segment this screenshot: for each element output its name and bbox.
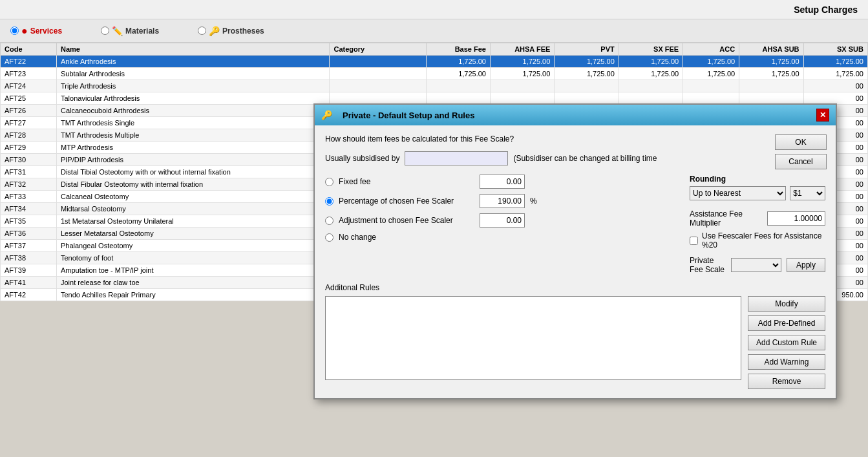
col-pvt: PVT <box>555 43 619 56</box>
table-row[interactable]: AFT22Ankle Arthrodesis1,725.001,725.001,… <box>1 56 868 68</box>
add-predefined-button[interactable]: Add Pre-Defined <box>748 315 825 331</box>
table-cell: AFT29 <box>1 142 57 154</box>
feescaler-label: Use Feescaler Fees for Assistance %20 <box>702 231 825 250</box>
table-cell: PIP/DIP Arthrodesis <box>56 154 329 166</box>
cancel-button[interactable]: Cancel <box>775 154 827 169</box>
table-row[interactable]: AFT24Triple Arthrodesis00 <box>1 80 868 92</box>
fee-scale-label: Private Fee Scale <box>690 256 726 274</box>
table-cell: Joint release for claw toe <box>56 277 329 289</box>
feescaler-checkbox[interactable] <box>690 237 698 245</box>
col-name: Name <box>56 43 329 56</box>
nochange-fee-row: No change <box>325 233 677 242</box>
fixed-fee-row: Fixed fee <box>325 175 677 189</box>
table-cell <box>426 80 490 92</box>
services-radio[interactable] <box>10 27 19 35</box>
table-cell: AFT24 <box>1 80 57 92</box>
nochange-fee-label: No change <box>339 233 474 242</box>
table-cell <box>683 80 739 92</box>
services-radio-option[interactable]: ● Services <box>10 25 62 37</box>
percentage-fee-input[interactable] <box>480 194 525 208</box>
table-cell <box>330 80 426 92</box>
table-cell: 00 <box>803 92 867 105</box>
fee-scale-row: Private Fee Scale Apply <box>690 256 825 274</box>
table-row[interactable]: AFT23Subtalar Arthrodesis1,725.001,725.0… <box>1 68 868 80</box>
table-cell: AFT33 <box>1 191 57 203</box>
table-cell <box>426 92 490 105</box>
table-cell <box>490 80 554 92</box>
table-cell: MTP Arthrodesis <box>56 142 329 154</box>
table-cell <box>330 68 426 80</box>
table-header-row: Code Name Category Base Fee AHSA FEE PVT… <box>1 43 868 56</box>
table-cell <box>555 80 619 92</box>
dollar-select[interactable]: $1 $5 $10 <box>790 186 825 200</box>
services-label: Services <box>30 27 62 36</box>
table-cell: 1,725.00 <box>490 56 554 68</box>
table-cell: Triple Arthrodesis <box>56 80 329 92</box>
pct-sign: % <box>530 197 537 206</box>
fee-scale-select[interactable] <box>731 258 781 272</box>
radio-bar: ● Services ✏️ Materials 🔑 Prostheses <box>0 19 868 43</box>
assistance-label: Assistance Fee Multiplier <box>690 209 762 228</box>
col-code: Code <box>1 43 57 56</box>
table-cell: Talonavicular Arthrodesis <box>56 92 329 105</box>
table-cell <box>490 92 554 105</box>
assistance-input[interactable] <box>767 211 825 226</box>
subsidised-row: Usually subsidised by (Subsidiser can be… <box>325 151 825 165</box>
table-cell: Midtarsal Osteotomy <box>56 203 329 215</box>
fee-calc-area: Fixed fee Percentage of chosen Fee Scale… <box>325 175 825 274</box>
table-cell: 1,725.00 <box>619 68 683 80</box>
additional-rules-label: Additonal Rules <box>325 283 825 292</box>
table-row[interactable]: AFT25Talonavicular Arthrodesis00 <box>1 92 868 105</box>
materials-radio-option[interactable]: ✏️ Materials <box>101 26 159 36</box>
dialog-overlay: 🔑 Private - Default Setup and Rules ✕ OK… <box>313 103 837 399</box>
materials-radio[interactable] <box>101 27 109 35</box>
fixed-fee-label: Fixed fee <box>339 177 474 186</box>
col-ahsa-fee: AHSA FEE <box>490 43 554 56</box>
prostheses-label: Prostheses <box>222 27 264 36</box>
table-cell <box>683 92 739 105</box>
rules-textarea[interactable] <box>325 296 741 380</box>
percentage-fee-label: Percentage of chosen Fee Scaler <box>339 197 474 206</box>
table-cell <box>330 92 426 105</box>
ok-button[interactable]: OK <box>775 134 827 150</box>
table-cell: AFT23 <box>1 68 57 80</box>
table-cell: TMT Arthrodesis Multiple <box>56 129 329 142</box>
rules-area-row: Modify Add Pre-Defined Add Custom Rule A… <box>325 296 825 389</box>
fee-options: Fixed fee Percentage of chosen Fee Scale… <box>325 175 677 242</box>
fixed-fee-radio[interactable] <box>325 178 333 186</box>
dialog-close-button[interactable]: ✕ <box>816 109 829 122</box>
dialog-key-icon: 🔑 <box>321 110 332 120</box>
remove-button[interactable]: Remove <box>748 374 825 389</box>
table-cell: Calcaneal Osteotomy <box>56 191 329 203</box>
adjustment-fee-input[interactable] <box>480 213 525 228</box>
col-sx-fee: SX FEE <box>619 43 683 56</box>
table-cell: Tenotomy of foot <box>56 252 329 264</box>
adjustment-fee-label: Adjustment to chosen Fee Scaler <box>339 216 474 225</box>
modify-button[interactable]: Modify <box>748 296 825 312</box>
table-cell: 1,725.00 <box>803 68 867 80</box>
table-cell: Phalangeal Osteotomy <box>56 240 329 252</box>
dialog-question: How should item fees be calculated for t… <box>325 134 825 143</box>
apply-button[interactable]: Apply <box>787 258 825 272</box>
subsidised-label: Usually subsidised by <box>325 154 399 163</box>
table-cell: AFT30 <box>1 154 57 166</box>
subsidised-input[interactable] <box>405 151 508 165</box>
col-acc: ACC <box>683 43 739 56</box>
percentage-fee-radio[interactable] <box>325 197 333 206</box>
col-ahsa-sub: AHSA SUB <box>739 43 803 56</box>
table-cell: 1,725.00 <box>490 68 554 80</box>
rounding-select[interactable]: Up to Nearest Down to Nearest Round to N… <box>690 186 786 200</box>
add-warning-button[interactable]: Add Warning <box>748 354 825 370</box>
prostheses-radio-option[interactable]: 🔑 Prostheses <box>198 26 264 36</box>
table-cell: AFT35 <box>1 215 57 228</box>
table-cell: 1,725.00 <box>683 56 739 68</box>
prostheses-radio[interactable] <box>198 27 206 35</box>
fixed-fee-input[interactable] <box>480 175 525 189</box>
fee-options-col: Fixed fee Percentage of chosen Fee Scale… <box>325 175 677 274</box>
adjustment-fee-radio[interactable] <box>325 217 333 225</box>
table-cell: 1,725.00 <box>555 56 619 68</box>
table-cell: Subtalar Arthrodesis <box>56 68 329 80</box>
add-custom-rule-button[interactable]: Add Custom Rule <box>748 335 825 350</box>
top-bar: Setup Charges <box>0 0 868 19</box>
nochange-fee-radio[interactable] <box>325 233 333 242</box>
